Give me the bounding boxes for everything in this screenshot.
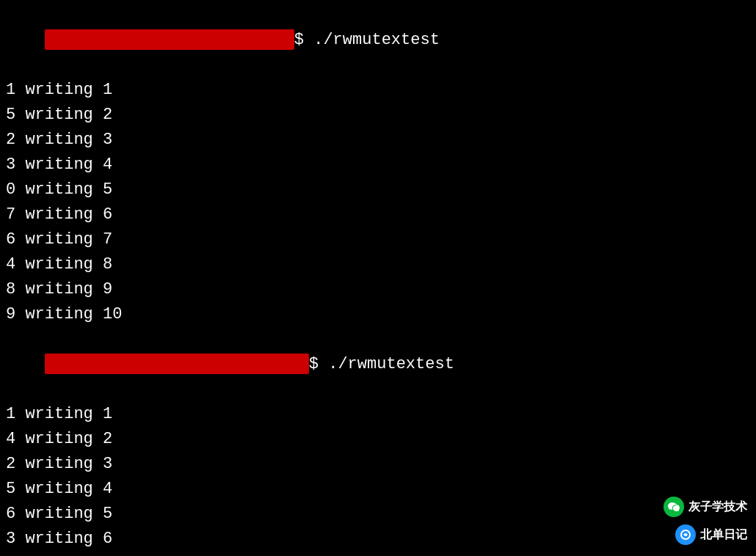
output-line-1-8: 4 writing 8: [6, 252, 750, 277]
output-line-1-9: 8 writing 9: [6, 277, 750, 302]
output-line-2-3: 2 writing 3: [6, 452, 750, 477]
terminal-window: $ ./rwmutextest 1 writing 1 5 writing 2 …: [0, 0, 756, 556]
output-line-1-5: 0 writing 5: [6, 178, 750, 202]
prompt-suffix-1: $ ./rwmutextest: [294, 31, 440, 49]
output-line-2-2: 4 writing 2: [6, 427, 750, 452]
output-line-2-6: 3 writing 6: [6, 527, 750, 552]
output-line-1-3: 2 writing 3: [6, 128, 750, 153]
output-line-2-7: 0 writing 7: [6, 552, 750, 556]
output-line-1-7: 6 writing 7: [6, 227, 750, 252]
prompt-line-2: $ ./rwmutextest: [6, 327, 750, 402]
output-line-1-2: 5 writing 2: [6, 103, 750, 128]
blog-label: 北单日记: [700, 522, 747, 547]
output-line-2-5: 6 writing 5: [6, 502, 750, 527]
prompt-line-1: $ ./rwmutextest: [6, 3, 750, 78]
output-line-1-6: 7 writing 6: [6, 202, 750, 227]
wechat-icon: [664, 497, 684, 517]
redacted-bar-1: [45, 29, 294, 50]
prompt-suffix-2: $ ./rwmutextest: [309, 355, 454, 373]
redacted-bar-2: [45, 354, 309, 374]
blog-watermark: 北单日记: [675, 522, 747, 547]
output-line-1-4: 3 writing 4: [6, 153, 750, 178]
watermark: 灰子学技术 北单日记: [664, 494, 747, 547]
output-line-1-10: 9 writing 10: [6, 302, 750, 327]
blog-icon: [675, 524, 696, 545]
output-line-2-4: 5 writing 4: [6, 477, 750, 502]
wechat-watermark: 灰子学技术: [664, 494, 747, 519]
wechat-label: 灰子学技术: [688, 494, 747, 519]
output-line-2-1: 1 writing 1: [6, 402, 750, 427]
output-line-1-1: 1 writing 1: [6, 78, 750, 103]
